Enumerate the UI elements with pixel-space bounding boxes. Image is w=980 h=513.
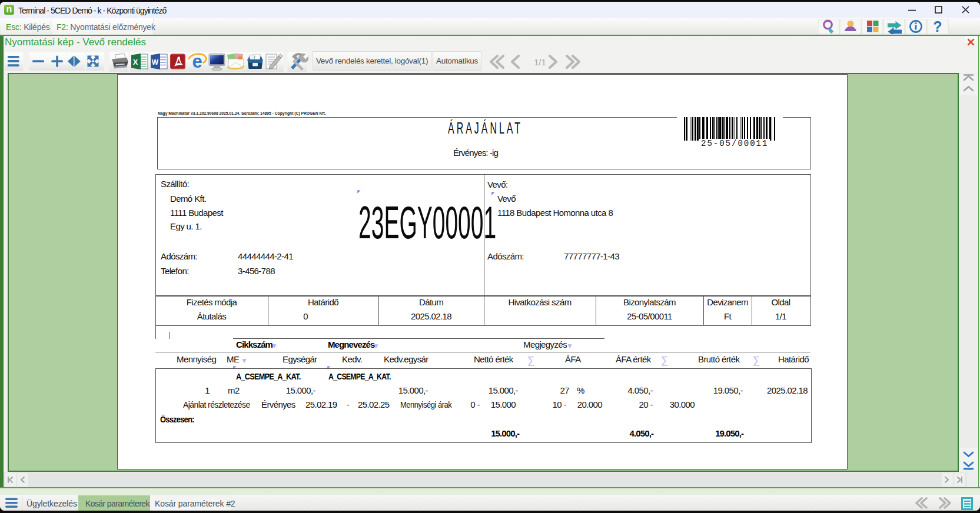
- svg-text:1/1: 1/1: [534, 57, 546, 67]
- svg-text:?: ?: [933, 19, 942, 34]
- svg-text:W: W: [152, 58, 159, 66]
- svg-text:X: X: [133, 58, 138, 66]
